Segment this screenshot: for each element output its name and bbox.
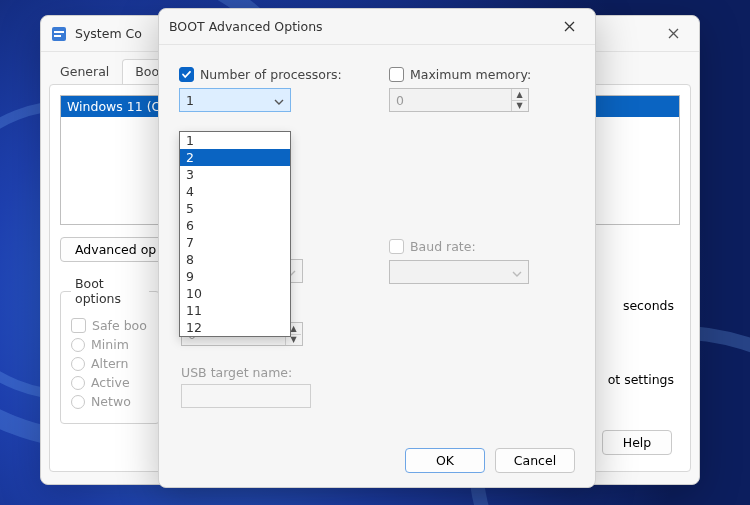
cancel-button[interactable]: Cancel	[495, 448, 575, 473]
num-processors-option[interactable]: 10	[180, 285, 290, 302]
max-memory-value: 0	[396, 93, 511, 108]
modal-close-icon[interactable]	[547, 12, 591, 42]
modal-titlebar: BOOT Advanced Options	[159, 9, 595, 45]
num-processors-value: 1	[186, 93, 194, 108]
max-memory-spinner: 0 ▲▼	[389, 88, 529, 112]
baud-rate-combo	[389, 260, 529, 284]
close-icon[interactable]	[651, 19, 695, 49]
boot-advanced-options-dialog: BOOT Advanced Options Number of processo…	[158, 8, 596, 488]
radio-minimal: Minim	[71, 337, 149, 352]
num-processors-option[interactable]: 3	[180, 166, 290, 183]
help-button[interactable]: Help	[602, 430, 672, 455]
radio-network: Netwo	[71, 394, 149, 409]
boot-options-legend: Boot options	[71, 276, 149, 306]
num-processors-option[interactable]: 11	[180, 302, 290, 319]
usb-target-input	[181, 384, 311, 408]
tab-general[interactable]: General	[47, 59, 122, 85]
num-processors-option[interactable]: 8	[180, 251, 290, 268]
num-processors-option[interactable]: 2	[180, 149, 290, 166]
num-processors-option[interactable]: 6	[180, 217, 290, 234]
checkbox-checked-icon	[179, 67, 194, 82]
spinner-icon: ▲▼	[511, 89, 527, 111]
boot-options-fieldset: Boot options Safe boo Minim Altern Activ…	[60, 276, 160, 424]
radio-alternate: Altern	[71, 356, 149, 371]
num-processors-checkbox[interactable]: Number of processors:	[179, 67, 365, 82]
svg-rect-2	[54, 35, 61, 37]
baud-rate-label: Baud rate:	[410, 239, 476, 254]
baud-rate-checkbox: Baud rate:	[389, 239, 529, 254]
safe-boot-checkbox[interactable]: Safe boo	[71, 318, 149, 333]
max-memory-checkbox[interactable]: Maximum memory:	[389, 67, 575, 82]
num-processors-option[interactable]: 9	[180, 268, 290, 285]
num-processors-label: Number of processors:	[200, 67, 342, 82]
num-processors-option[interactable]: 5	[180, 200, 290, 217]
num-processors-option[interactable]: 1	[180, 132, 290, 149]
radio-active: Active	[71, 375, 149, 390]
svg-rect-1	[54, 31, 64, 33]
timeout-seconds-label: seconds	[623, 298, 674, 313]
num-processors-option[interactable]: 12	[180, 319, 290, 336]
modal-title: BOOT Advanced Options	[169, 19, 547, 34]
num-processors-dropdown[interactable]: 123456789101112	[179, 131, 291, 337]
num-processors-option[interactable]: 4	[180, 183, 290, 200]
advanced-options-button[interactable]: Advanced op	[60, 237, 162, 262]
app-icon	[51, 26, 67, 42]
svg-rect-0	[52, 27, 66, 41]
chevron-down-icon	[274, 95, 284, 110]
ok-button[interactable]: OK	[405, 448, 485, 473]
num-processors-option[interactable]: 7	[180, 234, 290, 251]
usb-target-label: USB target name:	[181, 365, 311, 380]
permanent-settings-label: ot settings	[608, 372, 674, 387]
max-memory-label: Maximum memory:	[410, 67, 531, 82]
num-processors-combo[interactable]: 1	[179, 88, 291, 112]
chevron-down-icon	[512, 267, 522, 282]
